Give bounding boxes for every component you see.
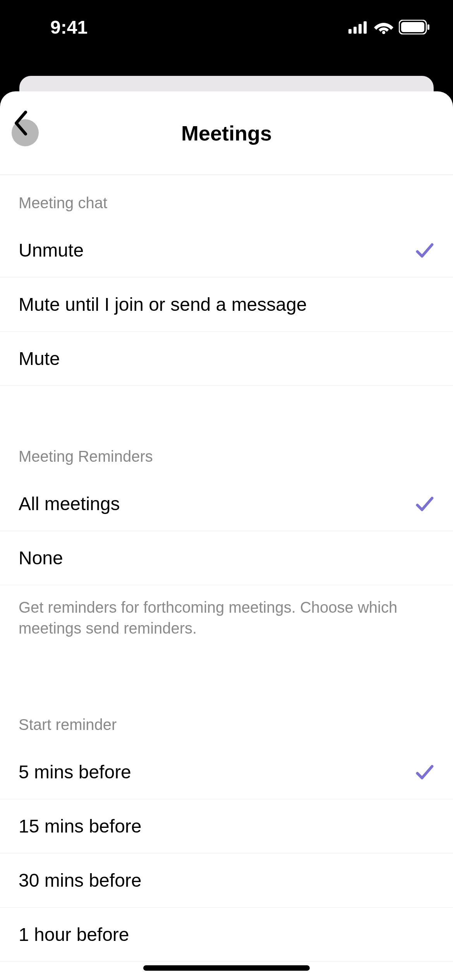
- status-bar: 9:41: [0, 0, 453, 54]
- home-indicator[interactable]: [143, 965, 310, 971]
- section-header-meeting-reminders: Meeting Reminders: [0, 425, 453, 477]
- section-footer-reminders: Get reminders for forthcoming meetings. …: [0, 585, 453, 654]
- svg-rect-1: [353, 27, 357, 34]
- row-mute[interactable]: Mute: [0, 332, 453, 386]
- wifi-icon: [374, 20, 393, 34]
- cellular-icon: [348, 21, 369, 34]
- status-icons: [348, 20, 430, 34]
- back-icon[interactable]: [12, 109, 30, 137]
- row-30-mins-before[interactable]: 30 mins before: [0, 853, 453, 908]
- row-1-hour-before[interactable]: 1 hour before: [0, 908, 453, 962]
- svg-point-4: [382, 31, 385, 34]
- row-none[interactable]: None: [0, 531, 453, 585]
- row-label: Unmute: [19, 240, 84, 261]
- row-5-mins-before[interactable]: 5 mins before: [0, 745, 453, 799]
- battery-icon: [399, 20, 430, 34]
- row-unmute[interactable]: Unmute: [0, 223, 453, 278]
- svg-rect-2: [359, 24, 362, 34]
- row-all-meetings[interactable]: All meetings: [0, 477, 453, 531]
- section-header-meeting-chat: Meeting chat: [0, 175, 453, 223]
- row-label: 15 mins before: [19, 816, 142, 837]
- status-time: 9:41: [50, 17, 88, 38]
- svg-rect-0: [348, 29, 352, 34]
- header: Meetings: [0, 91, 453, 175]
- row-1-day-before[interactable]: 1 day before: [0, 962, 453, 980]
- row-mute-until-join[interactable]: Mute until I join or send a message: [0, 278, 453, 332]
- row-label: None: [19, 547, 63, 569]
- checkmark-icon: [415, 494, 434, 514]
- row-label: Mute until I join or send a message: [19, 294, 307, 315]
- svg-rect-3: [364, 21, 367, 34]
- row-label: 1 day before: [19, 978, 122, 980]
- row-label: All meetings: [19, 493, 120, 514]
- content-scroll[interactable]: Meeting chat Unmute Mute until I join or…: [0, 175, 453, 980]
- checkmark-icon: [415, 762, 434, 782]
- svg-rect-6: [401, 22, 424, 32]
- section-header-start-reminder: Start reminder: [0, 693, 453, 745]
- row-label: 30 mins before: [19, 870, 142, 891]
- page-title: Meetings: [181, 121, 272, 145]
- checkmark-icon: [415, 241, 434, 260]
- svg-rect-7: [427, 24, 429, 30]
- row-15-mins-before[interactable]: 15 mins before: [0, 799, 453, 853]
- row-label: 5 mins before: [19, 761, 131, 783]
- row-label: Mute: [19, 348, 60, 369]
- row-label: 1 hour before: [19, 924, 129, 945]
- settings-sheet: Meetings Meeting chat Unmute Mute until …: [0, 91, 453, 980]
